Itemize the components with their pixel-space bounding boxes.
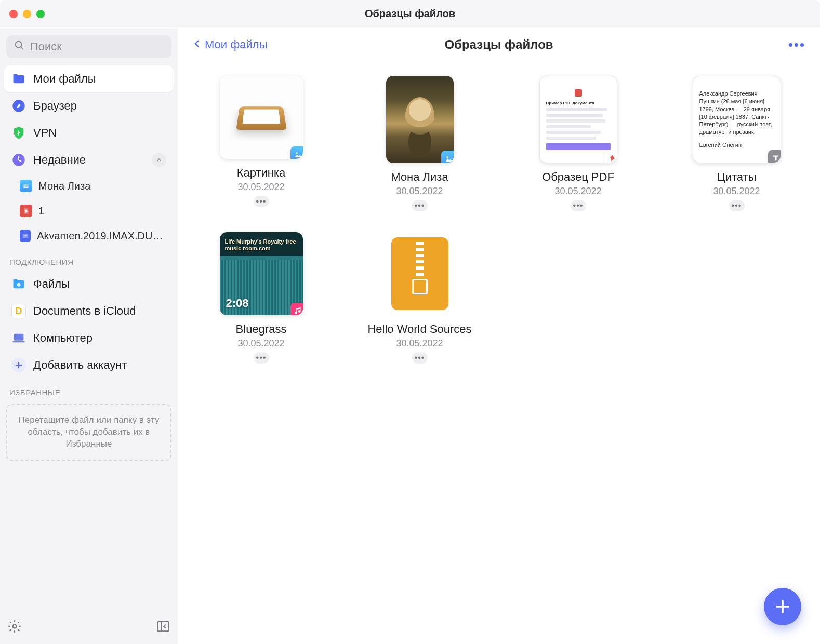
main-area: Мои файлы Образцы файлов ••• Картинка 30… (178, 28, 820, 644)
page-title: Образцы файлов (178, 37, 820, 52)
back-label: Мои файлы (205, 38, 267, 51)
favorites-header: ИЗБРАННЫЕ (9, 388, 168, 397)
image-icon (20, 180, 32, 192)
file-name: Цитаты (717, 170, 756, 184)
file-tile[interactable]: Hello World Sources 30.05.2022 ••• (363, 232, 477, 364)
traffic-lights (9, 10, 45, 18)
nav-my-files[interactable]: Мои файлы (4, 65, 174, 92)
close-window-button[interactable] (9, 10, 18, 18)
audio-duration: 2:08 (226, 297, 249, 310)
text-preview-body: Александр Сергеевич Пушкин (26 мая [6 ию… (699, 90, 774, 136)
file-tile[interactable]: Пример PDF документа (521, 76, 636, 211)
file-name: Hello World Sources (367, 323, 471, 336)
svg-point-14 (446, 156, 448, 158)
nav-recent[interactable]: Недавние (4, 146, 174, 173)
file-date: 30.05.2022 (237, 182, 284, 193)
svg-point-0 (16, 42, 22, 48)
nav-label: VPN (33, 126, 57, 140)
file-thumbnail: Life Murphy's Royalty free music room.co… (220, 232, 303, 315)
connections-header: ПОДКЛЮЧЕНИЯ (9, 258, 168, 266)
window-title: Образцы файлов (0, 8, 820, 20)
recent-label: Мона Лиза (38, 180, 90, 192)
file-tile[interactable]: Картинка 30.05.2022 ••• (204, 76, 319, 211)
file-more-button[interactable]: ••• (254, 352, 269, 364)
connection-computer[interactable]: Компьютер (4, 325, 174, 352)
text-preview-line2: Евгений Онегин (699, 141, 774, 149)
file-tile[interactable]: Life Murphy's Royalty free music room.co… (204, 232, 319, 364)
recent-item-1[interactable]: 1 (4, 198, 174, 223)
file-tile[interactable]: Александр Сергеевич Пушкин (26 мая [6 ию… (680, 76, 794, 211)
file-more-button[interactable]: ••• (412, 200, 428, 211)
file-date: 30.05.2022 (713, 186, 760, 197)
folder-icon (11, 72, 26, 86)
toolbar: Мои файлы Образцы файлов ••• (178, 32, 820, 57)
file-date: 30.05.2022 (554, 186, 601, 197)
nav-label: Недавние (33, 153, 86, 167)
connection-add-account[interactable]: Добавить аккаунт (4, 352, 174, 379)
conn-label: Компьютер (33, 331, 92, 345)
file-thumbnail (386, 76, 454, 163)
file-more-button[interactable]: ••• (571, 200, 586, 211)
plus-icon (11, 358, 26, 372)
laptop-icon (11, 331, 26, 345)
file-name: Картинка (237, 166, 286, 180)
file-name: Мона Лиза (391, 170, 448, 184)
minimize-window-button[interactable] (23, 10, 31, 18)
file-more-button[interactable]: ••• (729, 200, 745, 211)
search-placeholder: Поиск (30, 40, 62, 53)
recent-item-akvamen[interactable]: Akvamen.2019.IMAX.DUAL.B... (4, 223, 174, 248)
search-input[interactable]: Поиск (6, 35, 171, 58)
connection-files[interactable]: Файлы (4, 271, 174, 298)
favorites-dropzone[interactable]: Перетащите файл или папку в эту область,… (6, 404, 171, 461)
file-more-button[interactable]: ••• (254, 196, 269, 207)
conn-label: Файлы (33, 277, 70, 291)
file-date: 30.05.2022 (396, 338, 443, 349)
file-thumbnail: Александр Сергеевич Пушкин (26 мая [6 ию… (693, 76, 781, 163)
nav-label: Браузер (33, 99, 77, 113)
svg-rect-15 (575, 89, 582, 97)
recent-label: Akvamen.2019.IMAX.DUAL.B... (37, 230, 166, 242)
more-button[interactable]: ••• (788, 37, 805, 53)
file-date: 30.05.2022 (396, 186, 443, 197)
file-thumbnail (220, 76, 303, 159)
nav-browser[interactable]: Браузер (4, 92, 174, 119)
collapse-sidebar-button[interactable] (156, 619, 170, 636)
conn-label: Documents в iCloud (33, 304, 136, 318)
nav-vpn[interactable]: VPN (4, 119, 174, 146)
file-more-button[interactable]: ••• (412, 352, 428, 364)
file-date: 30.05.2022 (237, 338, 284, 349)
text-badge-icon (768, 150, 781, 163)
pdf-badge-icon (604, 150, 617, 163)
svg-line-1 (21, 47, 24, 50)
music-badge-icon (290, 303, 303, 315)
svg-rect-8 (14, 334, 24, 341)
file-tile[interactable]: Мона Лиза 30.05.2022 ••• (363, 76, 477, 211)
sidebar: Поиск Мои файлы Браузер VPN (0, 28, 178, 644)
audio-overlay-text: Life Murphy's Royalty free music room.co… (225, 238, 298, 252)
file-thumbnail: Пример PDF документа (539, 76, 617, 163)
pdf-icon (20, 205, 32, 217)
image-badge-icon (290, 146, 303, 159)
file-name: Образец PDF (542, 170, 614, 184)
chevron-left-icon (192, 38, 202, 51)
image-badge-icon (441, 151, 454, 163)
fullscreen-window-button[interactable] (36, 10, 45, 18)
connection-documents-icloud[interactable]: D Documents в iCloud (4, 298, 174, 325)
app-window: Образцы файлов Поиск Мои файлы Брау (0, 0, 820, 644)
video-icon (20, 230, 31, 242)
nav-label: Мои файлы (33, 72, 96, 86)
search-icon (14, 39, 25, 54)
recent-item-mona-lisa[interactable]: Мона Лиза (4, 173, 174, 198)
folder-apple-icon (11, 277, 26, 291)
titlebar: Образцы файлов (0, 0, 820, 28)
zip-icon (391, 237, 448, 310)
conn-label: Добавить аккаунт (33, 358, 127, 372)
clock-icon (11, 153, 26, 167)
settings-button[interactable] (7, 619, 22, 636)
svg-point-7 (17, 283, 21, 287)
svg-point-5 (24, 185, 25, 186)
back-button[interactable]: Мои файлы (192, 38, 267, 51)
chevron-up-icon[interactable] (152, 153, 166, 167)
compass-icon (11, 99, 26, 113)
add-button[interactable] (764, 588, 801, 625)
